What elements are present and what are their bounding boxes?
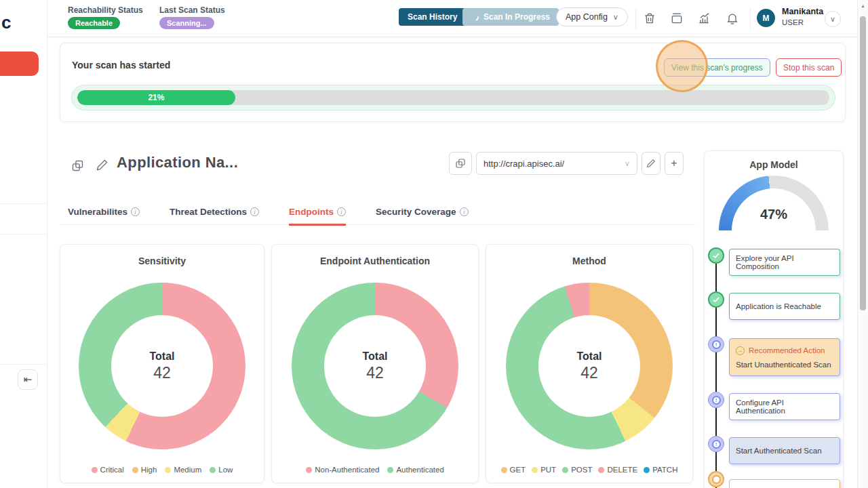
edit-pencil-icon[interactable] — [95, 158, 109, 172]
scrollbar-thumb[interactable] — [860, 16, 866, 310]
view-scan-progress-button[interactable]: View this scan's progress — [664, 58, 770, 77]
legend-item[interactable]: PUT — [532, 466, 556, 474]
url-value: http://crapi.apisec.ai/ — [484, 159, 564, 169]
logo-fragment: c — [1, 12, 11, 33]
legend-item[interactable]: High — [132, 466, 157, 474]
app-config-label: App Config — [566, 12, 608, 22]
donut-center: Total 42 — [324, 315, 426, 417]
total-value: 42 — [580, 364, 598, 382]
step-pending-icon: ! — [708, 436, 724, 452]
legend-item[interactable]: GET — [501, 466, 526, 474]
step-configure-auth[interactable]: Configure API Authentication — [729, 393, 840, 420]
legend-label: PUT — [540, 466, 556, 474]
total-value: 42 — [366, 364, 384, 382]
step-start-auth-scan[interactable]: Start Authenticated Scan — [729, 437, 840, 464]
tab-threat-detections[interactable]: Threat Detections i — [170, 199, 259, 225]
divider — [635, 8, 636, 29]
legend-dot — [165, 467, 171, 473]
app-model-card: App Model 47% Explore your API Compositi… — [704, 150, 844, 488]
donut-center: Total 42 — [111, 315, 213, 417]
analytics-chart-icon[interactable] — [697, 12, 711, 25]
tab-endpoints[interactable]: Endpoints i — [289, 199, 346, 225]
legend-item[interactable]: Critical — [92, 466, 124, 474]
copy-url-icon[interactable] — [449, 152, 472, 175]
url-select[interactable]: http://crapi.apisec.ai/ ∨ — [476, 152, 637, 175]
step-partial-card[interactable] — [729, 479, 840, 488]
copy-icon[interactable] — [71, 159, 85, 173]
user-menu-button[interactable]: ∨ — [825, 11, 841, 27]
legend-dot — [598, 467, 604, 473]
sensitivity-chart-card: Sensitivity Total 42 Critical High Mediu… — [60, 244, 264, 483]
legend-label: Medium — [174, 466, 201, 474]
tab-label: Endpoints — [289, 207, 334, 217]
legend-item[interactable]: POST — [562, 466, 592, 474]
tab-vulnerabilites[interactable]: Vulnerabilites i — [68, 199, 140, 225]
legend-label: Authenticated — [396, 466, 443, 474]
tab-label: Security Coverage — [376, 207, 456, 217]
step-start-unauth-scan[interactable]: → Recommended Action Start Unauthenticat… — [729, 338, 840, 376]
arrow-right-icon: → — [736, 346, 745, 355]
exclamation-icon: ! — [712, 340, 721, 349]
last-scan-status-badge: Scanning... — [159, 17, 214, 29]
tab-bar: Vulnerabilites i Threat Detections i End… — [60, 199, 695, 225]
legend-item[interactable]: Non-Authenticated — [306, 466, 379, 474]
scan-banner-message: Your scan has started — [72, 60, 170, 70]
archive-icon[interactable] — [670, 12, 684, 25]
app-config-dropdown[interactable]: App Config ∨ — [556, 7, 628, 26]
sidebar-active-item[interactable] — [0, 52, 39, 76]
legend-label: Critical — [100, 466, 124, 474]
step-explore-api[interactable]: Explore your API Composition — [729, 249, 840, 276]
last-scan-status-label: Last Scan Status — [159, 5, 225, 15]
avatar-initial: M — [763, 14, 770, 23]
legend-item[interactable]: Authenticated — [387, 466, 443, 474]
reachability-status-label: Reachability Status — [68, 5, 143, 15]
collapse-left-icon: ⇤ — [24, 373, 33, 386]
step-app-reachable[interactable]: Application is Reachable — [729, 293, 840, 320]
chart-legend: Critical High Medium Low — [60, 466, 264, 474]
left-sidebar: c ⇤ — [0, 0, 47, 488]
step-done-icon — [708, 247, 724, 264]
legend-item[interactable]: DELETE — [598, 466, 637, 474]
url-toolbar: http://crapi.apisec.ai/ ∨ + — [449, 152, 684, 175]
edit-url-icon[interactable] — [642, 152, 660, 175]
legend-item[interactable]: PATCH — [644, 466, 677, 474]
legend-label: POST — [571, 466, 592, 474]
chart-title: Method — [486, 256, 692, 266]
legend-item[interactable]: Medium — [165, 466, 201, 474]
chart-legend: GET PUT POST DELETE PATCH — [486, 466, 692, 474]
tab-security-coverage[interactable]: Security Coverage i — [376, 199, 469, 225]
scan-history-label: Scan History — [408, 12, 457, 22]
total-label: Total — [149, 350, 174, 363]
legend-dot — [387, 467, 393, 473]
scan-in-progress-label: Scan In Progress — [484, 12, 550, 22]
gauge-percent-label: 47% — [719, 207, 829, 222]
stop-scan-button[interactable]: Stop this scan — [776, 58, 842, 77]
endpoint-auth-donut-chart: Total 42 — [292, 283, 458, 449]
progress-track: 21% — [77, 90, 829, 105]
legend-dot — [644, 467, 650, 473]
legend-label: PATCH — [652, 466, 677, 474]
sensitivity-donut-chart: Total 42 — [79, 283, 245, 449]
legend-label: DELETE — [607, 466, 637, 474]
info-icon[interactable]: i — [131, 207, 140, 216]
divider — [0, 203, 47, 204]
scan-in-progress-button[interactable]: Scan In Progress — [462, 8, 559, 26]
info-icon[interactable]: i — [250, 207, 259, 216]
scan-history-button[interactable]: Scan History — [399, 8, 466, 26]
sidebar-collapse-button[interactable]: ⇤ — [18, 369, 38, 390]
legend-item[interactable]: Low — [210, 466, 233, 474]
chevron-down-icon: ∨ — [613, 14, 618, 21]
info-icon[interactable]: i — [337, 207, 346, 216]
total-value: 42 — [153, 364, 171, 382]
user-avatar[interactable]: M — [757, 9, 775, 27]
divider — [750, 8, 751, 29]
user-role: USER — [782, 18, 804, 26]
scroll-up-icon[interactable]: ▲ — [858, 3, 868, 8]
info-icon[interactable]: i — [460, 207, 469, 216]
trash-icon[interactable] — [643, 12, 656, 25]
divider — [0, 234, 47, 235]
tab-label: Vulnerabilites — [68, 207, 127, 217]
add-url-icon[interactable]: + — [665, 152, 684, 175]
bell-icon[interactable] — [726, 12, 739, 25]
total-label: Total — [362, 350, 387, 363]
